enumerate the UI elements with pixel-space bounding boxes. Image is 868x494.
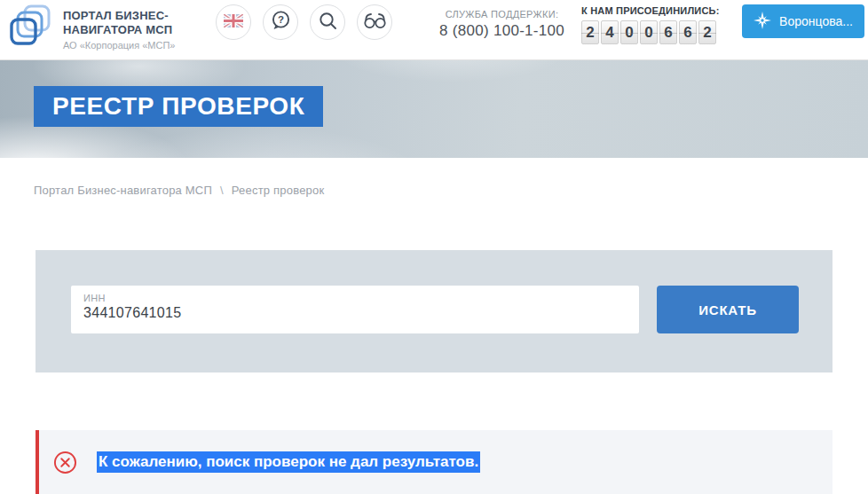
support-phone: 8 (800) 100-1-100: [424, 22, 580, 40]
inn-input[interactable]: [83, 305, 627, 321]
breadcrumb-current: Реестр проверок: [232, 184, 325, 197]
counter-digit: 6: [679, 20, 697, 44]
alert-message-selected-text: К сожалению, поиск проверок не дал резул…: [97, 451, 480, 473]
breadcrumb: Портал Бизнес-навигатора МСП \ Реестр пр…: [34, 184, 324, 197]
no-results-alert: К сожалению, поиск проверок не дал резул…: [36, 430, 832, 494]
counter-digit: 2: [698, 20, 716, 44]
accessibility-button[interactable]: [357, 4, 392, 40]
counter-digits: 2 4 0 0 6 6 2: [581, 20, 716, 44]
header: ПОРТАЛ БИЗНЕС- НАВИГАТОРА МСП АО «Корпор…: [0, 0, 868, 60]
page-title-plate: РЕЕСТР ПРОВЕРОК: [34, 86, 323, 127]
alert-message: К сожалению, поиск проверок не дал резул…: [97, 451, 480, 473]
support-block: СЛУЖБА ПОДДЕРЖКИ: 8 (800) 100-1-100: [424, 9, 580, 40]
counter-digit: 0: [640, 20, 658, 44]
user-location-button[interactable]: Воронцова...: [742, 4, 864, 38]
inn-field-label: ИНН: [83, 293, 627, 303]
logo-title-line2: НАВИГАТОРА МСП: [63, 23, 175, 37]
compass-rose-icon: [754, 12, 771, 32]
error-circle-x-icon: [53, 451, 77, 474]
logo-subtitle: АО «Корпорация «МСП»: [63, 40, 175, 51]
counter-digit: 4: [601, 20, 619, 44]
svg-text:?: ?: [278, 14, 284, 25]
page: ПОРТАЛ БИЗНЕС- НАВИГАТОРА МСП АО «Корпор…: [0, 0, 868, 494]
search-submit-button[interactable]: ИСКАТЬ: [657, 286, 799, 333]
support-label: СЛУЖБА ПОДДЕРЖКИ:: [424, 9, 580, 20]
breadcrumb-separator: \: [220, 184, 224, 197]
members-counter: К НАМ ПРИСОЕДИНИЛИСЬ: 2 4 0 0 6 6 2: [581, 5, 716, 44]
counter-label: К НАМ ПРИСОЕДИНИЛИСЬ:: [581, 5, 716, 16]
eyeglasses-icon: [363, 12, 387, 33]
counter-digit: 6: [659, 20, 677, 44]
logo-title-line1: ПОРТАЛ БИЗНЕС-: [63, 9, 175, 23]
breadcrumb-root-link[interactable]: Портал Бизнес-навигатора МСП: [34, 184, 212, 197]
uk-flag-icon: [224, 14, 243, 31]
user-button-label: Воронцова...: [779, 14, 853, 28]
search-panel: ИНН ИСКАТЬ: [36, 250, 832, 372]
language-switch-button[interactable]: [216, 4, 251, 40]
help-button[interactable]: ?: [263, 4, 298, 40]
site-logo[interactable]: ПОРТАЛ БИЗНЕС- НАВИГАТОРА МСП АО «Корпор…: [9, 4, 175, 57]
counter-digit: 2: [581, 20, 599, 44]
logo-squares-icon: [9, 4, 57, 57]
question-bubble-icon: ?: [270, 10, 291, 35]
counter-digit: 0: [620, 20, 638, 44]
inn-field[interactable]: ИНН: [71, 286, 639, 333]
search-icon: [318, 11, 338, 35]
logo-text: ПОРТАЛ БИЗНЕС- НАВИГАТОРА МСП АО «Корпор…: [63, 4, 175, 51]
page-title: РЕЕСТР ПРОВЕРОК: [52, 92, 304, 121]
hero-banner: РЕЕСТР ПРОВЕРОК: [0, 60, 868, 158]
search-button-header[interactable]: [310, 4, 345, 40]
header-icon-buttons: ?: [216, 4, 392, 40]
